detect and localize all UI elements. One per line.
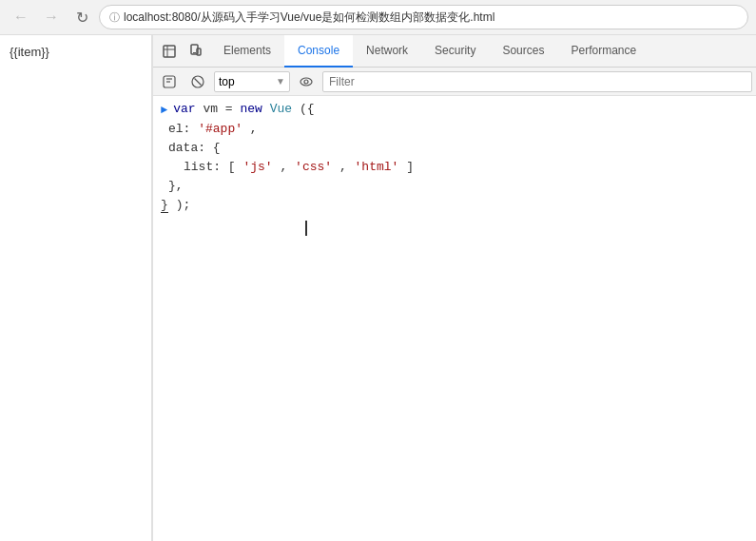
execute-icon — [163, 75, 176, 88]
back-button[interactable]: ← — [8, 4, 34, 30]
refresh-button[interactable]: ↻ — [68, 4, 95, 30]
comma3: , — [339, 160, 347, 174]
execute-button[interactable] — [157, 69, 182, 94]
tab-network[interactable]: Network — [353, 35, 421, 68]
code-line-4: list: [ 'js' , 'css' , 'html' ] — [184, 159, 414, 176]
console-line-1: ► var vm = new Vue ({ — [153, 100, 756, 120]
tab-security[interactable]: Security — [421, 35, 489, 68]
tab-console[interactable]: Console — [284, 35, 353, 68]
el-kw: el: — [168, 122, 198, 136]
clear-console-button[interactable] — [185, 69, 210, 94]
nav-bar: ← → ↻ ⓘ localhost:8080/从源码入手学习Vue/vue是如何… — [0, 0, 756, 34]
kw-new: new — [240, 102, 262, 116]
console-line-3: data: { — [153, 139, 756, 158]
console-arrow: ► — [161, 102, 167, 119]
el-val: '#app' — [198, 122, 242, 136]
svg-line-10 — [195, 78, 202, 85]
svg-point-12 — [304, 80, 308, 84]
context-value: top — [219, 75, 235, 88]
eye-icon — [300, 75, 313, 88]
browser-chrome: ← → ↻ ⓘ localhost:8080/从源码入手学习Vue/vue是如何… — [0, 0, 756, 35]
data-kw: data: { — [168, 141, 221, 155]
template-text: {{item}} — [10, 45, 49, 59]
context-selector[interactable]: top ▼ — [214, 71, 290, 92]
tab-performance[interactable]: Performance — [557, 35, 649, 68]
equals: = — [225, 102, 241, 116]
url-text: localhost:8080/从源码入手学习Vue/vue是如何检测数组内部数据… — [124, 10, 494, 26]
code-line-1: var vm = new Vue ({ — [173, 101, 314, 118]
space1: vm — [203, 102, 224, 116]
console-line-5: }, — [153, 177, 756, 196]
console-output: ► var vm = new Vue ({ el: '#app' , — [153, 96, 756, 541]
context-dropdown-arrow: ▼ — [276, 76, 285, 87]
class-vue: Vue — [270, 102, 292, 116]
device-toolbar-button[interactable] — [184, 39, 208, 64]
page-content: {{item}} — [0, 35, 152, 541]
closing-brace: } — [161, 198, 168, 213]
devtools-panel: Elements Console Network Security Source… — [152, 35, 756, 541]
tab-elements[interactable]: Elements — [210, 35, 284, 68]
code-line-6: } ); — [161, 197, 190, 214]
comma1: , — [250, 122, 258, 136]
tab-sources[interactable]: Sources — [489, 35, 557, 68]
svg-rect-0 — [164, 46, 175, 57]
devtools-icon-toolbar: Elements Console Network Security Source… — [153, 35, 756, 68]
inspect-element-button[interactable] — [157, 39, 182, 64]
cursor-container — [153, 219, 756, 238]
semi: ); — [176, 198, 191, 212]
text-cursor — [305, 221, 307, 236]
devtools-tabs: Elements Console Network Security Source… — [210, 35, 752, 68]
main-area: {{item}} Elements — [0, 35, 756, 541]
inspect-icon — [162, 44, 177, 59]
forward-button[interactable]: → — [38, 4, 65, 30]
lock-icon: ⓘ — [109, 10, 120, 25]
html-str: 'html' — [355, 160, 399, 174]
code-line-5: }, — [168, 178, 184, 195]
kw-var: var — [173, 102, 195, 116]
comma2: , — [280, 160, 287, 174]
device-icon — [188, 44, 204, 59]
filter-input[interactable] — [322, 71, 752, 92]
brace-open: ({ — [300, 102, 315, 116]
console-line-4: list: [ 'js' , 'css' , 'html' ] — [153, 158, 756, 177]
console-line-2: el: '#app' , — [153, 120, 756, 139]
svg-rect-4 — [197, 48, 201, 55]
svg-point-11 — [300, 78, 312, 86]
list-kw: list: [ — [184, 160, 236, 174]
address-bar[interactable]: ⓘ localhost:8080/从源码入手学习Vue/vue是如何检测数组内部… — [99, 5, 748, 29]
clear-icon — [191, 75, 204, 88]
code-line-2: el: '#app' , — [168, 121, 258, 138]
eye-button[interactable] — [294, 69, 319, 94]
js-str: 'js' — [242, 160, 272, 174]
bracket-close: ] — [406, 160, 414, 174]
css-str: 'css' — [295, 160, 332, 174]
code-line-3: data: { — [168, 140, 221, 157]
console-line-6: } ); — [153, 196, 756, 215]
console-toolbar: top ▼ — [153, 68, 756, 96]
